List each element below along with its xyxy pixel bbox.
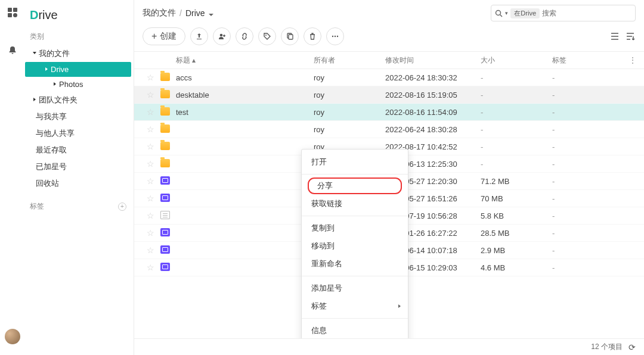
sidebar-item-team[interactable]: 团队文件夹 — [25, 92, 134, 108]
refresh-icon[interactable]: ⟳ — [628, 342, 636, 352]
delete-button[interactable] — [304, 27, 321, 45]
sidebar-item-photos[interactable]: Photos — [25, 77, 134, 92]
ctx-get-link[interactable]: 获取链接 — [302, 195, 408, 213]
star-icon[interactable]: ☆ — [140, 90, 160, 99]
sidebar-item-starred[interactable]: 已加星号 — [25, 158, 134, 175]
avatar[interactable] — [5, 329, 20, 344]
view-sort-button[interactable] — [625, 31, 636, 42]
file-tags: - — [552, 108, 624, 117]
star-icon[interactable]: ☆ — [140, 211, 160, 220]
col-owner[interactable]: 所有者 — [314, 55, 385, 66]
image-icon — [160, 228, 170, 236]
file-table: 标题 ▴ 所有者 修改时间 大小 标签 ⋮ ☆accsroy2022-06-24… — [134, 51, 644, 338]
sidebar-item-shared-with-me[interactable]: 与我共享 — [25, 108, 134, 125]
col-title[interactable]: 标题 ▴ — [176, 55, 314, 66]
search-input[interactable] — [542, 9, 631, 17]
star-icon[interactable]: ☆ — [140, 263, 160, 272]
add-user-button[interactable] — [213, 27, 231, 45]
main: 我的文件 / Drive ▾ 在Drive +创建 — [134, 0, 644, 355]
star-icon[interactable]: ☆ — [140, 124, 160, 134]
sidebar-item-trash[interactable]: 回收站 — [25, 175, 134, 192]
create-button[interactable]: +创建 — [143, 27, 185, 45]
folder-icon — [160, 142, 170, 150]
bell-icon[interactable] — [7, 45, 18, 56]
tag-button[interactable] — [258, 27, 276, 45]
image-icon — [160, 176, 170, 185]
upload-button[interactable] — [190, 27, 208, 45]
star-icon[interactable]: ☆ — [140, 194, 160, 203]
file-tags: - — [552, 229, 624, 238]
star-icon[interactable]: ☆ — [140, 107, 160, 117]
chevron-right-icon — [54, 82, 56, 86]
search-scope[interactable]: 在Drive — [510, 8, 540, 18]
add-label-button[interactable]: + — [118, 203, 126, 211]
breadcrumb-sep: / — [179, 8, 182, 18]
copy-button[interactable] — [281, 27, 299, 45]
ctx-info[interactable]: 信息 — [302, 322, 408, 338]
star-icon[interactable]: ☆ — [140, 159, 160, 169]
file-size: - — [481, 125, 552, 134]
star-icon[interactable]: ☆ — [140, 176, 160, 186]
table-row[interactable]: ☆testroy2022-08-16 11:54:09-- — [134, 104, 644, 121]
apps-icon[interactable] — [7, 7, 18, 18]
file-owner: roy — [314, 73, 385, 82]
table-row[interactable]: ☆roy2022-06-24 18:30:28-- — [134, 121, 644, 138]
ctx-open[interactable]: 打开 — [302, 153, 408, 171]
file-size: 71.2 MB — [481, 177, 552, 186]
star-icon[interactable]: ☆ — [140, 142, 160, 151]
file-tags: - — [552, 211, 624, 220]
image-icon — [160, 245, 170, 254]
file-owner: roy — [314, 91, 385, 99]
file-tags: - — [552, 246, 624, 255]
svg-rect-3 — [13, 13, 17, 17]
sidebar-item-recent[interactable]: 最近存取 — [25, 142, 134, 158]
file-name: accs — [176, 73, 314, 82]
file-tags: - — [552, 142, 624, 151]
image-icon — [160, 194, 170, 202]
link-button[interactable] — [236, 27, 253, 45]
ctx-move-to[interactable]: 移动到 — [302, 237, 408, 255]
col-modified[interactable]: 修改时间 — [385, 55, 481, 66]
sidebar-item-drive[interactable]: Drive — [25, 62, 131, 77]
file-size: - — [481, 160, 552, 169]
breadcrumb-root[interactable]: 我的文件 — [143, 8, 176, 18]
chevron-down-icon — [33, 52, 36, 54]
chevron-down-icon[interactable]: ▾ — [505, 10, 508, 16]
ctx-rename[interactable]: 重新命名 — [302, 255, 408, 273]
table-row[interactable]: ☆desktableroy2022-08-16 15:19:05-- — [134, 86, 644, 104]
col-more-icon[interactable]: ⋮ — [624, 56, 642, 64]
toolbar: +创建 — [134, 27, 644, 51]
table-row[interactable]: ☆accsroy2022-06-24 18:30:32-- — [134, 69, 644, 86]
sidebar-section-label: 类别 — [25, 30, 134, 45]
item-count: 12 个项目 — [591, 342, 623, 352]
svg-point-11 — [335, 36, 336, 37]
file-owner: roy — [314, 125, 385, 134]
ctx-star[interactable]: 添加星号 — [302, 279, 408, 297]
text-icon — [160, 211, 170, 219]
file-owner: roy — [314, 108, 385, 117]
breadcrumb-current[interactable]: Drive — [185, 8, 214, 18]
file-size: - — [481, 73, 552, 82]
sidebar-item-shared-by-me[interactable]: 与他人共享 — [25, 125, 134, 142]
plus-icon: + — [151, 31, 157, 42]
sidebar: Drive 类别 我的文件 Drive Photos 团队文件夹 与我共享 与他… — [25, 0, 134, 355]
star-icon[interactable]: ☆ — [140, 228, 160, 238]
svg-rect-1 — [13, 8, 17, 12]
file-tags: - — [552, 91, 624, 99]
more-button[interactable] — [326, 27, 344, 45]
search-box[interactable]: ▾ 在Drive — [491, 5, 636, 21]
labels-header: 标签 — [30, 201, 44, 211]
star-icon[interactable]: ☆ — [140, 73, 160, 82]
svg-point-12 — [337, 36, 338, 37]
col-tags[interactable]: 标签 — [552, 55, 624, 66]
svg-point-10 — [332, 36, 333, 37]
ctx-tags[interactable]: 标签 — [302, 297, 408, 315]
sidebar-item-myfiles[interactable]: 我的文件 — [25, 45, 134, 62]
ctx-copy-to[interactable]: 复制到 — [302, 219, 408, 237]
view-list-button[interactable] — [609, 31, 620, 42]
col-size[interactable]: 大小 — [481, 55, 552, 66]
file-size: - — [481, 142, 552, 151]
svg-point-7 — [265, 35, 267, 36]
ctx-share[interactable]: 分享 — [308, 178, 402, 194]
star-icon[interactable]: ☆ — [140, 245, 160, 255]
